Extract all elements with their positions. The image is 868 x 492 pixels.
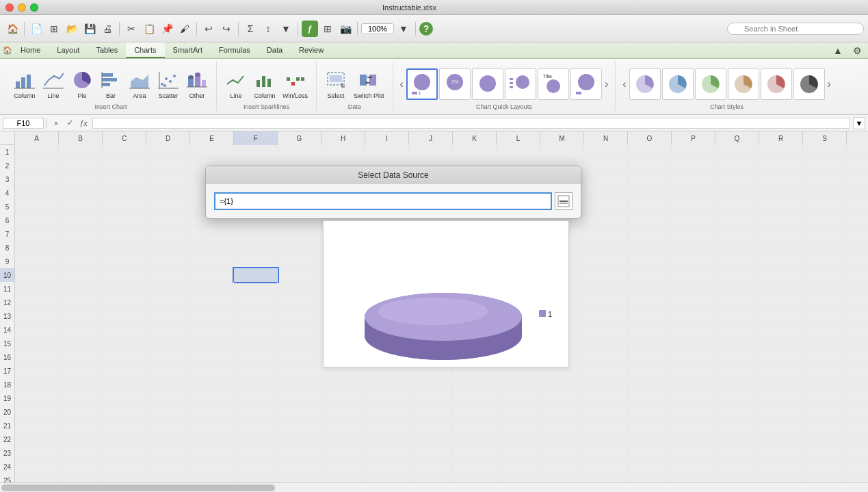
cell-O3[interactable] (628, 172, 672, 186)
cell-B2[interactable] (59, 159, 103, 172)
cell-R22[interactable] (759, 432, 803, 446)
cell-M22[interactable] (540, 432, 584, 446)
col-header-h[interactable]: H (321, 131, 365, 145)
cell-F23[interactable] (234, 446, 278, 460)
cell-K21[interactable] (453, 419, 497, 432)
cell-N14[interactable] (584, 323, 628, 337)
cell-B1[interactable] (59, 145, 103, 159)
select-data-source-dialog[interactable]: Select Data Source (205, 166, 581, 219)
cell-Q7[interactable] (715, 227, 759, 241)
cell-Q21[interactable] (715, 419, 759, 432)
cell-P21[interactable] (672, 419, 715, 432)
cell-P2[interactable] (672, 159, 715, 172)
embedded-chart[interactable]: 1 (323, 220, 569, 367)
style-thumb-2[interactable] (662, 68, 694, 100)
home-toolbar-icon[interactable]: 🏠 (4, 21, 21, 37)
cell-O25[interactable] (628, 474, 672, 482)
formula-expand-button[interactable]: ▼ (853, 117, 865, 129)
cell-P23[interactable] (672, 446, 715, 460)
cell-N11[interactable] (584, 282, 628, 296)
cell-H25[interactable] (321, 474, 365, 482)
cell-N3[interactable] (584, 172, 628, 186)
tab-home[interactable]: Home (12, 42, 49, 58)
cell-G11[interactable] (278, 282, 321, 296)
cell-S14[interactable] (803, 323, 847, 337)
cell-J24[interactable] (409, 460, 453, 474)
cell-H18[interactable] (321, 378, 365, 391)
sort-icon[interactable]: ↕ (260, 21, 276, 37)
col-header-g[interactable]: G (278, 131, 321, 145)
cell-E24[interactable] (190, 460, 234, 474)
cell-G20[interactable] (278, 405, 321, 419)
cell-B4[interactable] (59, 186, 103, 200)
cell-E18[interactable] (190, 378, 234, 391)
cell-R11[interactable] (759, 282, 803, 296)
other-chart-button[interactable]: Other (183, 68, 211, 101)
cell-N13[interactable] (584, 309, 628, 323)
cell-G1[interactable] (278, 145, 321, 159)
cell-E8[interactable] (190, 241, 234, 255)
cell-O9[interactable] (628, 255, 672, 268)
cell-S11[interactable] (803, 282, 847, 296)
cell-E14[interactable] (190, 323, 234, 337)
cell-C25[interactable] (103, 474, 146, 482)
cell-D18[interactable] (146, 378, 190, 391)
cell-P9[interactable] (672, 255, 715, 268)
cell-P25[interactable] (672, 474, 715, 482)
cell-R15[interactable] (759, 337, 803, 350)
cell-P5[interactable] (672, 200, 715, 213)
cell-G19[interactable] (278, 391, 321, 405)
cell-J23[interactable] (409, 446, 453, 460)
table-icon[interactable]: ⊞ (319, 21, 336, 37)
cell-A2[interactable] (15, 159, 59, 172)
cell-B23[interactable] (59, 446, 103, 460)
cell-F9[interactable] (234, 255, 278, 268)
cell-F25[interactable] (234, 474, 278, 482)
cell-O13[interactable] (628, 309, 672, 323)
cell-E20[interactable] (190, 405, 234, 419)
cell-A14[interactable] (15, 323, 59, 337)
cell-A1[interactable] (15, 145, 59, 159)
cell-R12[interactable] (759, 296, 803, 309)
cell-D21[interactable] (146, 419, 190, 432)
cell-D23[interactable] (146, 446, 190, 460)
cell-I19[interactable] (365, 391, 409, 405)
undo-icon[interactable]: ↩ (200, 21, 217, 37)
cell-E25[interactable] (190, 474, 234, 482)
cell-F8[interactable] (234, 241, 278, 255)
switch-plot-button[interactable]: Switch Plot (351, 68, 387, 101)
ribbon-options-icon[interactable]: ⚙ (849, 42, 865, 59)
cell-R23[interactable] (759, 446, 803, 460)
layout-thumb-2[interactable]: 1% (439, 68, 471, 100)
print-icon[interactable]: 🖨 (99, 21, 116, 37)
cell-P16[interactable] (672, 350, 715, 364)
cell-P15[interactable] (672, 337, 715, 350)
cell-F7[interactable] (234, 227, 278, 241)
cell-K19[interactable] (453, 391, 497, 405)
select-button[interactable]: Select (322, 68, 350, 101)
cell-Q6[interactable] (715, 213, 759, 227)
cell-Q8[interactable] (715, 241, 759, 255)
cell-B15[interactable] (59, 337, 103, 350)
paste-icon[interactable]: 📌 (159, 21, 175, 37)
layouts-prev-btn[interactable]: ‹ (399, 77, 405, 92)
col-header-o[interactable]: O (628, 131, 672, 145)
cell-A11[interactable] (15, 282, 59, 296)
cell-F11[interactable] (234, 282, 278, 296)
cell-A25[interactable] (15, 474, 59, 482)
style-thumb-1[interactable] (629, 68, 661, 100)
pie-chart-button[interactable]: Pie (68, 68, 96, 101)
style-thumb-5[interactable] (761, 68, 792, 100)
sparkline-winloss-button[interactable]: Win/Loss (280, 68, 311, 101)
cell-L20[interactable] (497, 405, 540, 419)
cell-P20[interactable] (672, 405, 715, 419)
cell-K23[interactable] (453, 446, 497, 460)
cell-R1[interactable] (759, 145, 803, 159)
cell-B9[interactable] (59, 255, 103, 268)
cell-G14[interactable] (278, 323, 321, 337)
cell-L18[interactable] (497, 378, 540, 391)
cell-L24[interactable] (497, 460, 540, 474)
cell-L23[interactable] (497, 446, 540, 460)
cell-C21[interactable] (103, 419, 146, 432)
cell-I1[interactable] (365, 145, 409, 159)
